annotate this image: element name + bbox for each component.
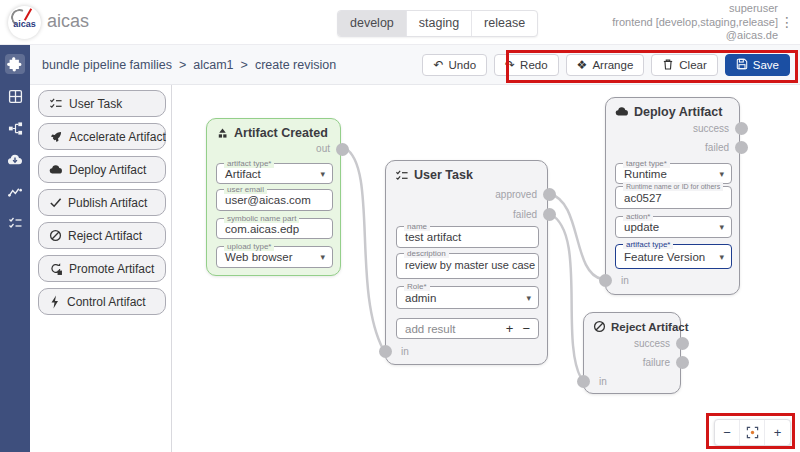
extensions-icon[interactable]: [5, 54, 25, 74]
tab-develop[interactable]: develop: [338, 11, 407, 36]
node-reject-artifact[interactable]: Reject Artifact success failure in: [583, 312, 681, 394]
cloud-download-icon[interactable]: [5, 150, 25, 170]
tasks-checklist-icon[interactable]: [5, 213, 25, 233]
breadcrumb-separator: >: [241, 58, 248, 72]
palette-publish-artifact[interactable]: Publish Artifact: [38, 189, 166, 216]
fit-view-button[interactable]: [740, 420, 765, 445]
field-value: Runtime: [624, 168, 667, 180]
clear-button[interactable]: Clear: [651, 54, 717, 76]
breadcrumb-bar: bundle pipeline families > alcam1 > crea…: [30, 45, 800, 85]
port-label-approved: approved: [495, 189, 537, 200]
chevron-down-icon: ▾: [320, 252, 325, 262]
port-failure[interactable]: [676, 356, 689, 369]
field-action[interactable]: action* update ▾: [615, 216, 732, 238]
palette-label: Reject Artifact: [68, 229, 142, 243]
node-palette: User Task Accelerate Artifact Deploy Art…: [30, 85, 172, 452]
field-description[interactable]: description review by master use case: [396, 253, 539, 279]
field-value: test artifact: [405, 231, 461, 243]
port-in[interactable]: [577, 375, 590, 388]
palette-user-task[interactable]: User Task: [38, 90, 166, 117]
zoom-controls: − +: [714, 419, 791, 446]
logo-text: aicas: [8, 19, 41, 29]
arrange-label: Arrange: [592, 59, 633, 71]
breadcrumb-item-create-revision[interactable]: create revision: [255, 58, 336, 72]
field-name[interactable]: name test artifact: [396, 226, 539, 248]
tab-release[interactable]: release: [472, 11, 537, 36]
chevron-down-icon: ▾: [719, 252, 724, 262]
rocket-icon: [49, 130, 63, 144]
field-value: admin: [405, 292, 436, 304]
field-target-type[interactable]: target type* Runtime ▾: [615, 163, 732, 184]
field-artifact-type-focused[interactable]: artifact type* Feature Version ▾: [615, 244, 732, 269]
redo-button[interactable]: ↷ Redo: [494, 54, 559, 76]
save-label: Save: [753, 59, 779, 71]
port-label-failed: failed: [513, 209, 537, 220]
palette-promote-artifact[interactable]: Promote Artifact: [38, 255, 166, 282]
node-title: Reject Artifact: [611, 321, 689, 333]
field-artifact-type[interactable]: artifact type* Artifact ▾: [216, 163, 333, 184]
add-result-placeholder: add result: [405, 323, 456, 335]
palette-control-artifact[interactable]: Control Artifact: [38, 288, 166, 315]
node-user-task[interactable]: User Task approved failed name test arti…: [385, 160, 548, 365]
field-runtime-name[interactable]: Runtime name or ID for others ac0527: [615, 186, 732, 209]
field-role[interactable]: Role* admin ▾: [396, 286, 539, 309]
port-out[interactable]: [336, 143, 349, 156]
checklist-icon: [395, 169, 409, 182]
aicas-logo[interactable]: aicas: [8, 6, 41, 39]
top-bar: aicas aicas develop staging release supe…: [0, 0, 800, 45]
add-result-minus-icon[interactable]: −: [522, 321, 530, 336]
port-success[interactable]: [735, 122, 748, 135]
port-in[interactable]: [599, 274, 612, 287]
app-window: aicas aicas develop staging release supe…: [0, 0, 800, 452]
kebab-menu-icon[interactable]: ⋮: [780, 14, 794, 30]
palette-reject-artifact[interactable]: Reject Artifact: [38, 222, 166, 249]
node-header: Deploy Artifact: [615, 105, 722, 119]
add-result-plus-icon[interactable]: +: [506, 321, 514, 336]
grid-icon[interactable]: [5, 86, 25, 106]
arrange-icon: ❖: [577, 59, 588, 71]
cloud-icon: [49, 163, 63, 177]
palette-accelerate-artifact[interactable]: Accelerate Artifact: [38, 123, 166, 150]
palette-deploy-artifact[interactable]: Deploy Artifact: [38, 156, 166, 183]
field-symbolic-name-part[interactable]: symbolic name part com.aicas.edp: [216, 218, 333, 239]
field-value: update: [624, 221, 659, 233]
tab-staging[interactable]: staging: [407, 11, 472, 36]
port-failed[interactable]: [543, 208, 556, 221]
activity-icon[interactable]: [5, 182, 25, 202]
port-in[interactable]: [379, 345, 392, 358]
clear-label: Clear: [679, 59, 706, 71]
zoom-in-button[interactable]: +: [765, 420, 790, 445]
field-label: Role*: [404, 282, 430, 291]
field-upload-type[interactable]: upload type* Web browser ▾: [216, 246, 333, 268]
save-button[interactable]: Save: [725, 54, 790, 76]
port-failed[interactable]: [735, 141, 748, 154]
chevron-down-icon: ▾: [320, 169, 325, 179]
arrange-button[interactable]: ❖ Arrange: [566, 54, 645, 76]
fit-view-icon: [746, 426, 759, 439]
undo-button[interactable]: ↶ Undo: [422, 54, 487, 76]
breadcrumb-item-families[interactable]: bundle pipeline families: [42, 58, 172, 72]
circle-slash-icon: [49, 229, 62, 242]
port-label-in: in: [401, 346, 409, 357]
pipeline-flow-icon[interactable]: [5, 118, 25, 138]
palette-label: Deploy Artifact: [69, 163, 146, 177]
node-title: User Task: [414, 168, 473, 182]
undo-label: Undo: [449, 59, 477, 71]
node-header: Reject Artifact: [593, 320, 689, 333]
field-add-result[interactable]: add result + −: [396, 318, 539, 339]
node-deploy-artifact[interactable]: Deploy Artifact success failed target ty…: [605, 97, 740, 295]
chevron-down-icon: ▾: [526, 293, 531, 303]
port-success[interactable]: [676, 337, 689, 350]
trash-icon: [662, 58, 674, 73]
port-label-in: in: [621, 275, 629, 286]
breadcrumb-item-alcam1[interactable]: alcam1: [193, 58, 233, 72]
palette-label: Control Artifact: [67, 295, 146, 309]
user-name: superuser: [612, 2, 778, 16]
field-user-email[interactable]: user email user@aicas.com: [216, 189, 333, 211]
pipeline-canvas[interactable]: Artifact Created out artifact type* Arti…: [172, 85, 800, 452]
zoom-out-button[interactable]: −: [715, 420, 740, 445]
port-label-success: success: [634, 338, 670, 349]
brand-title: aicas: [47, 11, 89, 32]
node-artifact-created[interactable]: Artifact Created out artifact type* Arti…: [206, 118, 341, 276]
port-approved[interactable]: [543, 188, 556, 201]
